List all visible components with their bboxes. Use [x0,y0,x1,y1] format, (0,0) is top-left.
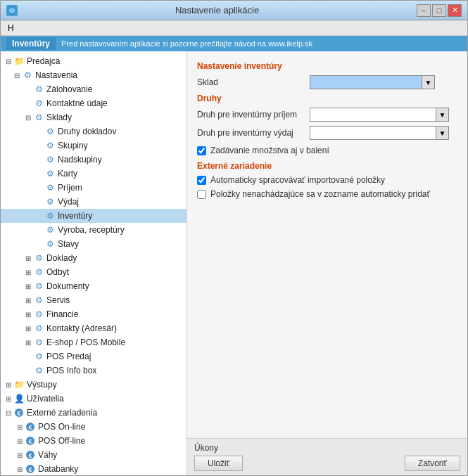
sidebar-item-zalohovanie[interactable]: ⚙ Zálohovanie [1,82,186,96]
circle-e-icon: € [25,463,36,475]
sidebar-item-nastavenia[interactable]: ⊟ ⚙ Nastavenia [1,68,186,82]
druh-prijem-dropdown-btn[interactable]: ▼ [436,108,449,122]
user-icon: 👤 [13,393,25,404]
sidebar-label: Inventúry [58,211,92,221]
sidebar-label: Výstupy [27,380,57,390]
sidebar-item-eshop[interactable]: ⊞ ⚙ E-shop / POS Mobile [1,335,186,349]
sidebar-label: POS Info box [46,366,96,375]
sklad-combo: ▼ [310,75,435,89]
expander-pos-offline[interactable]: ⊞ [15,436,25,446]
expander-empty [34,183,44,193]
sklad-dropdown-btn[interactable]: ▼ [422,75,435,89]
window-title: Nastavenie aplikácie [18,5,417,15]
auto-pridavat-checkbox[interactable] [197,190,206,199]
expander-dokumenty[interactable]: ⊞ [23,281,33,291]
sidebar-label: Predajca [27,56,60,66]
sidebar-item-odbyt[interactable]: ⊞ ⚙ Odbyt [1,265,186,279]
mnozstvo-checkbox[interactable] [197,146,206,155]
save-button[interactable]: Uložiť [194,456,243,471]
sidebar-item-inventury[interactable]: ⚙ Inventúry [1,209,186,223]
sidebar-label: Zálohovanie [46,84,92,94]
folder-icon: 📁 [13,56,25,67]
expander-vahy[interactable]: ⊞ [15,450,25,460]
mnozstvo-row: Zadávanie množstva aj v balení [197,146,457,155]
auto-spracovat-checkbox[interactable] [197,176,206,185]
sidebar-item-externe[interactable]: ⊟ € Externé zariadenia [1,406,186,420]
sidebar-label: Doklady [46,253,77,263]
sidebar-item-pos-predaj[interactable]: ⚙ POS Predaj [1,349,186,364]
sidebar-label: Dokumenty [46,281,89,291]
close-button[interactable]: ✕ [448,4,462,17]
sidebar-item-databanky[interactable]: ⊞ € Databanky [1,462,186,475]
sidebar-label: Skupiny [58,141,88,150]
expander-nastavenia[interactable]: ⊟ [12,70,22,80]
sidebar-item-vyroba[interactable]: ⚙ Výroba, receptúry [1,223,186,237]
sidebar-item-pos-offline[interactable]: ⊞ € POS Off-line [1,434,186,448]
expander-odbyt[interactable]: ⊞ [23,267,33,277]
expander-sklady[interactable]: ⊟ [23,112,33,122]
druh-prijem-row: Druh pre inventúrny príjem ▼ [197,108,457,122]
sidebar-item-financie[interactable]: ⊞ ⚙ Financie [1,307,186,321]
sidebar-item-uzivatelia[interactable]: ⊞ 👤 Užívatelia [1,392,186,406]
druh-prijem-label: Druh pre inventúrny príjem [197,110,310,120]
menu-item-h[interactable]: H [4,22,18,34]
sklad-input[interactable] [310,75,422,89]
titlebar: Nastavenie aplikácie − □ ✕ [1,1,467,20]
expander-pos-online[interactable]: ⊞ [15,422,25,432]
sidebar-item-sklady[interactable]: ⊟ ⚙ Sklady [1,110,186,124]
sidebar-label: E-shop / POS Mobile [46,337,125,347]
expander-externe[interactable]: ⊟ [4,408,13,418]
sidebar-item-pos-info-box[interactable]: ⚙ POS Info box [1,364,186,378]
sidebar-item-prijem[interactable]: ⚙ Príjem [1,181,186,195]
expander-databanky[interactable]: ⊞ [15,464,25,474]
expander-predajca[interactable]: ⊟ [4,56,13,66]
gear-icon: ⚙ [44,154,56,165]
sidebar-item-kontaktne[interactable]: ⚙ Kontaktné údaje [1,96,186,110]
minimize-button[interactable]: − [417,4,431,17]
expander-uzivatelia[interactable]: ⊞ [4,394,13,404]
sidebar-item-predajca[interactable]: ⊟ 📁 Predajca [1,54,186,68]
gear-icon: ⚙ [33,337,44,348]
expander-doklady[interactable]: ⊞ [23,253,33,263]
expander-empty [34,211,44,221]
svg-text:€: € [28,424,32,431]
sidebar-item-dokumenty[interactable]: ⊞ ⚙ Dokumenty [1,279,186,293]
circle-e-icon: € [25,449,36,461]
sidebar-item-kontakty[interactable]: ⊞ ⚙ Kontakty (Adresár) [1,321,186,335]
auto-pridavat-label: Položky nenachádzajúce sa v zozname auto… [210,189,430,199]
druh-vydaj-combo: ▼ [310,126,449,140]
actions-label: Úkony [194,443,460,453]
main-content: ⊟ 📁 Predajca ⊟ ⚙ Nastavenia ⚙ Zálohovani… [1,51,467,475]
expander-empty [23,366,33,375]
expander-empty [34,141,44,150]
expander-kontakty[interactable]: ⊞ [23,323,33,333]
druh-prijem-input[interactable] [310,108,436,122]
sidebar-item-vydaj[interactable]: ⚙ Výdaj [1,195,186,209]
expander-servis[interactable]: ⊞ [23,295,33,305]
close-button-panel[interactable]: Zatvoriť [405,456,460,471]
sidebar-item-doklady[interactable]: ⊞ ⚙ Doklady [1,251,186,265]
expander-empty [34,239,44,249]
expander-eshop[interactable]: ⊞ [23,337,33,347]
sidebar-item-servis[interactable]: ⊞ ⚙ Servis [1,293,186,307]
druh-vydaj-input[interactable] [310,126,436,140]
infobar: Inventúry Pred nastavovaním aplikácie si… [1,36,467,51]
expander-financie[interactable]: ⊞ [23,309,33,319]
sidebar-item-vahy[interactable]: ⊞ € Váhy [1,448,186,462]
sidebar-item-stavy[interactable]: ⚙ Stavy [1,237,186,251]
expander-vystupy[interactable]: ⊞ [4,380,13,390]
window-controls: − □ ✕ [417,4,462,17]
sidebar-label: POS On-line [38,422,85,432]
svg-text:€: € [17,410,20,417]
mnozstvo-label: Zadávanie množstva aj v balení [210,146,329,155]
maximize-button[interactable]: □ [432,4,446,17]
sidebar-item-karty[interactable]: ⚙ Karty [1,167,186,181]
sidebar-item-druhy-dokladov[interactable]: ⚙ Druhy dokladov [1,124,186,139]
sidebar-item-vystupy[interactable]: ⊞ 📁 Výstupy [1,378,186,392]
circle-e-icon: € [25,421,36,432]
druhy-title: Druhy [197,94,457,103]
sidebar-item-pos-online[interactable]: ⊞ € POS On-line [1,420,186,434]
druh-vydaj-dropdown-btn[interactable]: ▼ [436,126,449,140]
sidebar-item-nadskupiny[interactable]: ⚙ Nadskupiny [1,153,186,167]
sidebar-item-skupiny[interactable]: ⚙ Skupiny [1,139,186,153]
